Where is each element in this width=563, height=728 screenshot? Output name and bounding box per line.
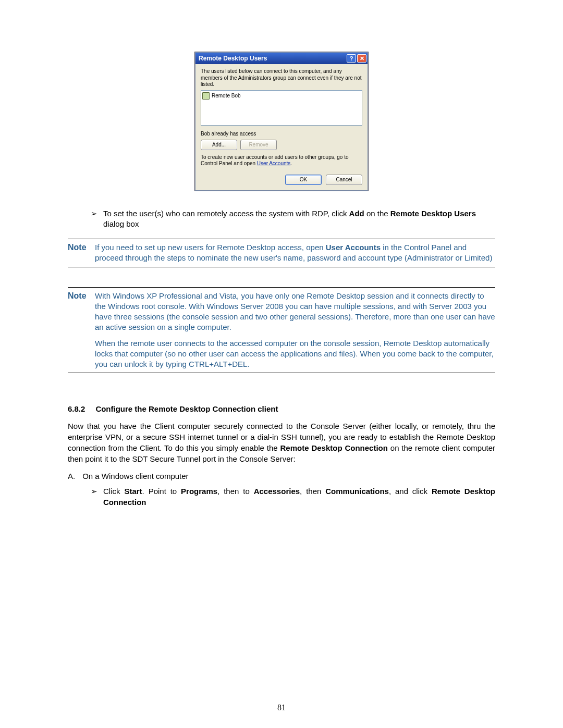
person-icon [202, 92, 210, 100]
bullet-text: Click Start. Point to Programs, then to … [103, 486, 495, 508]
bullet-set-user: ➢ To set the user(s) who can remotely ac… [91, 208, 495, 230]
text: . Point to [142, 487, 181, 496]
bold-text: Start [124, 487, 142, 496]
bold-text: User Accounts [326, 243, 381, 252]
page-number: 81 [0, 703, 563, 712]
text: To set the user(s) who can remotely acce… [103, 209, 349, 218]
add-button[interactable]: Add... [201, 140, 237, 150]
list-text: On a Windows client computer [82, 471, 188, 482]
hint-text: To create new user accounts or add users… [201, 154, 362, 167]
section-heading: 6.8.2 Configure the Remote Desktop Conne… [68, 404, 495, 413]
text: , and click [389, 487, 432, 496]
users-listbox[interactable]: Remote Bob [201, 90, 362, 126]
bold-text: Accessories [254, 487, 300, 496]
bullet-text: To set the user(s) who can remotely acce… [103, 208, 495, 230]
section-number: 6.8.2 [68, 404, 85, 413]
dialog-title: Remote Desktop Users [199, 55, 346, 62]
text: dialog box [103, 219, 139, 228]
dialog-bottom-buttons: OK Cancel [201, 175, 362, 185]
text: If you need to set up new users for Remo… [95, 243, 326, 252]
note-paragraph: When the remote user connects to the acc… [95, 338, 495, 370]
list-item[interactable]: Remote Bob [202, 92, 361, 100]
cancel-button[interactable]: Cancel [326, 175, 362, 185]
document-page: Remote Desktop Users ? ✕ The users liste… [0, 0, 563, 728]
button-row: Add... Remove [201, 140, 362, 150]
text: , then to [217, 487, 254, 496]
note-block-2: Note With Windows XP Professional and Vi… [68, 287, 495, 374]
bullet-click-start: ➢ Click Start. Point to Programs, then t… [91, 486, 495, 508]
bold-text: Remote Desktop Users [390, 209, 476, 218]
note-block-1: Note If you need to set up new users for… [68, 239, 495, 267]
close-icon[interactable]: ✕ [357, 54, 366, 63]
list-marker: A. [68, 471, 75, 482]
help-icon[interactable]: ? [347, 54, 356, 63]
remove-button: Remove [240, 140, 277, 150]
ok-button[interactable]: OK [285, 175, 322, 185]
arrow-icon: ➢ [91, 486, 103, 497]
user-name: Remote Bob [212, 93, 241, 98]
bold-text: Communications [325, 487, 389, 496]
dialog-body: The users listed below can connect to th… [195, 64, 368, 190]
bold-text: Remote Desktop Connection [280, 443, 388, 452]
note-label: Note [68, 291, 95, 301]
hint-suffix: . [290, 161, 292, 166]
text: Click [103, 487, 124, 496]
note-body: If you need to set up new users for Remo… [95, 242, 495, 264]
bold-text: Add [349, 209, 364, 218]
user-accounts-link[interactable]: User Accounts [257, 161, 290, 166]
dialog-titlebar: Remote Desktop Users ? ✕ [195, 53, 368, 64]
text: , then [300, 487, 325, 496]
remote-desktop-users-dialog: Remote Desktop Users ? ✕ The users liste… [195, 52, 368, 191]
body-paragraph: Now that you have the Client computer se… [68, 421, 495, 464]
status-text: Bob already has access [201, 131, 362, 137]
text: on the [364, 209, 390, 218]
note-body: With Windows XP Professional and Vista, … [95, 291, 495, 370]
dialog-description: The users listed below can connect to th… [201, 68, 362, 88]
note-paragraph: With Windows XP Professional and Vista, … [95, 291, 495, 333]
note-label: Note [68, 242, 95, 252]
ordered-list-item-A: A. On a Windows client computer [68, 471, 495, 482]
section-title: Configure the Remote Desktop Connection … [95, 404, 278, 413]
bold-text: Programs [181, 487, 217, 496]
arrow-icon: ➢ [91, 208, 103, 219]
